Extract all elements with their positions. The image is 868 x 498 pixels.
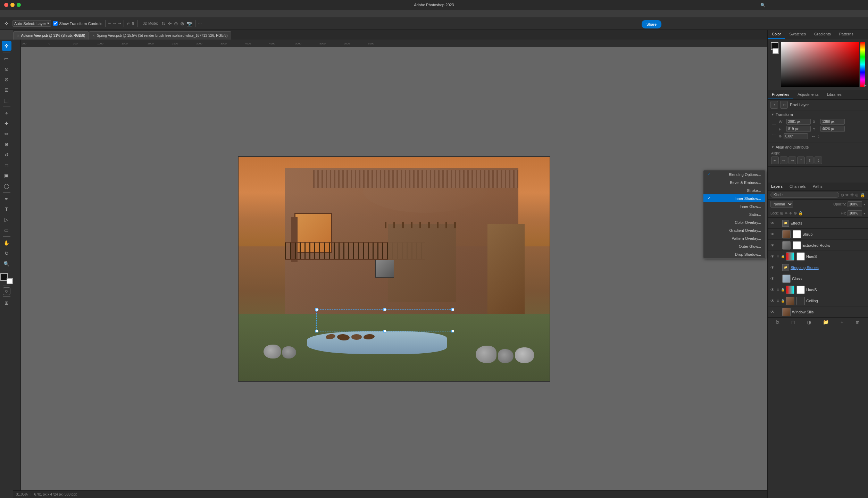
align-left-icon[interactable]: ⇤	[108, 22, 111, 25]
align-center-v-btn[interactable]: ⇕	[806, 157, 813, 164]
search-icon[interactable]: 🔍	[760, 3, 766, 8]
align-bottom-btn[interactable]: ⇣	[815, 157, 822, 164]
minimize-button[interactable]	[10, 3, 15, 7]
ctx-stroke[interactable]: ✓ Stroke...	[703, 186, 765, 194]
y-input[interactable]	[820, 126, 845, 132]
ctx-inner-shadow[interactable]: ✓ Inner Shadow...	[703, 194, 765, 202]
x-input[interactable]	[820, 119, 845, 125]
height-input[interactable]	[786, 126, 811, 132]
align-right-btn[interactable]: ⇥	[788, 157, 796, 164]
layer-extracted-rocks[interactable]: 👁 Extracted Rocks	[768, 240, 868, 251]
layer-mask-button[interactable]: ◻	[791, 319, 795, 325]
tool-spot-heal[interactable]: ✚	[2, 119, 11, 128]
3d-roll-icon[interactable]: ⊗	[180, 21, 184, 26]
tab-libraries[interactable]: Libraries	[823, 90, 846, 99]
layer-eye-hues1[interactable]: 👁	[770, 254, 775, 259]
layer-effects[interactable]: 👁 📁 Effects	[768, 218, 868, 229]
layer-name-stones[interactable]: Stepping Stones	[791, 265, 866, 270]
tab-spring-view[interactable]: × Spring View.psb @ 15.5% (3d-render-bru…	[89, 31, 231, 40]
tab-patterns[interactable]: Patterns	[835, 30, 858, 39]
close-button[interactable]	[4, 3, 8, 7]
3d-orbit-icon[interactable]: ↻	[161, 21, 166, 26]
tab-color[interactable]: Color	[768, 30, 785, 39]
opacity-arrow[interactable]: ▾	[863, 203, 865, 206]
tool-text[interactable]: T	[2, 204, 11, 214]
tool-eraser[interactable]: ◻	[2, 160, 11, 170]
layer-window-sills[interactable]: 👁 Window Sills	[768, 306, 868, 318]
expand-color-icon[interactable]: ▶	[864, 83, 867, 87]
edit-icon[interactable]: ✏	[845, 193, 849, 197]
extras-icon[interactable]: ⋯	[198, 22, 202, 25]
layer-hues2[interactable]: 👁 ⬇ 🔒 Hue/S	[768, 284, 868, 295]
tool-shape[interactable]: ▭	[2, 225, 11, 235]
fill-arrow[interactable]: ▾	[863, 212, 865, 215]
tab-channels[interactable]: Channels	[786, 183, 809, 190]
main-canvas-image[interactable]	[238, 156, 550, 382]
bg-color-swatch[interactable]	[773, 48, 779, 54]
ctx-gradient-overlay[interactable]: ✓ Gradient Overlay...	[703, 226, 765, 234]
tool-stamp[interactable]: ⊕	[2, 140, 11, 149]
tool-quick-select[interactable]: ⊘	[2, 75, 11, 84]
tab-swatches[interactable]: Swatches	[785, 30, 810, 39]
tool-screen-mode[interactable]: ⊞	[2, 298, 11, 308]
auto-select-dropdown[interactable]: Auto-Select: Layer ▾	[12, 20, 51, 27]
align-center-h-btn[interactable]: ⇔	[780, 157, 787, 164]
flip-h-icon[interactable]: ↔	[811, 134, 816, 139]
ctx-drop-shadow[interactable]: ✓ Drop Shadow...	[703, 250, 765, 258]
tool-quick-mask[interactable]: Q	[3, 287, 10, 295]
share-button[interactable]: Share	[642, 20, 661, 28]
mask-layer-icon[interactable]: ⊕	[855, 193, 859, 197]
layer-hues1[interactable]: 👁 ⬇ 🔒 Hue/S	[768, 251, 868, 262]
3d-camera-icon[interactable]: 📷	[186, 21, 192, 26]
layer-eye-rocks[interactable]: 👁	[770, 243, 775, 248]
layer-adj-button[interactable]: ◑	[807, 319, 811, 325]
dist-vert-icon[interactable]: ⇅	[132, 22, 134, 25]
window-controls[interactable]	[4, 3, 21, 7]
tool-zoom[interactable]: 🔍	[2, 259, 11, 269]
align-center-h-icon[interactable]: ⇔	[113, 22, 116, 25]
layer-eye-ceiling[interactable]: 👁	[770, 298, 775, 303]
lock-position-icon[interactable]: ✜	[789, 211, 792, 216]
3d-zoom-icon[interactable]: ⊕	[174, 21, 178, 26]
tab-layers[interactable]: Layers	[768, 183, 786, 190]
align-left-btn[interactable]: ⇤	[771, 157, 779, 164]
tool-eyedropper[interactable]: ⌖	[2, 108, 11, 118]
flip-v-icon[interactable]: ↕	[818, 134, 820, 139]
search-dropdown-icon[interactable]: ▾	[782, 193, 783, 196]
color-fg-bg[interactable]	[0, 273, 13, 284]
tool-crop[interactable]: ⊡	[2, 85, 11, 95]
move-layers-icon[interactable]: ✜	[850, 193, 854, 197]
tool-gradient[interactable]: ▣	[2, 171, 11, 180]
tool-lasso[interactable]: ⊙	[2, 64, 11, 74]
tool-history-brush[interactable]: ↺	[2, 150, 11, 160]
lock-artboard-icon[interactable]: ⊕	[794, 211, 797, 216]
lock-all-icon[interactable]: 🔒	[798, 211, 803, 216]
tool-dodge[interactable]: ◯	[2, 181, 11, 191]
layer-stepping-stones[interactable]: 👁 📁 Stepping Stones	[768, 262, 868, 273]
layer-group-button[interactable]: 📁	[823, 319, 829, 325]
ctx-bevel-emboss[interactable]: ✓ Bevel & Emboss...	[703, 178, 765, 186]
tab-paths[interactable]: Paths	[809, 183, 826, 190]
layer-delete-button[interactable]: 🗑	[855, 319, 860, 325]
layer-kind-search[interactable]: Kind ▾	[770, 192, 839, 198]
show-transform-checkbox[interactable]: Show Transform Controls	[53, 21, 102, 26]
fill-input[interactable]	[848, 210, 862, 216]
align-toggle[interactable]: ▼	[771, 145, 774, 149]
layer-glass[interactable]: 👁 Glass	[768, 273, 868, 284]
ctx-satin[interactable]: ✓ Satin...	[703, 210, 765, 218]
tab-close-autumn[interactable]: ×	[17, 34, 19, 37]
rotation-input[interactable]	[784, 133, 808, 139]
ctx-color-overlay[interactable]: ✓ Color Overlay...	[703, 218, 765, 226]
filter-icon[interactable]: ⊘	[841, 193, 844, 197]
transform-toggle[interactable]: ▼	[771, 113, 774, 116]
dist-horiz-icon[interactable]: ⇄	[127, 22, 130, 25]
hue-slider[interactable]	[860, 42, 865, 87]
tab-properties[interactable]: Properties	[768, 90, 793, 99]
lock-icon[interactable]: 🔒	[860, 193, 865, 197]
ctx-inner-glow[interactable]: ✓ Inner Glow...	[703, 202, 765, 210]
tab-gradients[interactable]: Gradients	[810, 30, 835, 39]
layer-eye-shrub[interactable]: 👁	[770, 232, 775, 237]
lock-image-icon[interactable]: ✏	[785, 211, 788, 216]
align-top-btn[interactable]: ⇡	[797, 157, 805, 164]
color-spectrum[interactable]	[781, 42, 859, 87]
